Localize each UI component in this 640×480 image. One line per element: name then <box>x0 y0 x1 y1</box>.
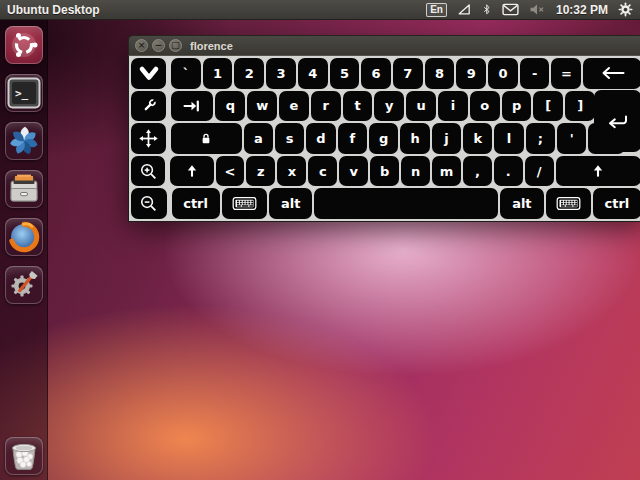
alt-left-key[interactable]: alt <box>269 188 313 219</box>
enter-key[interactable] <box>594 90 640 152</box>
key-backtick[interactable]: ` <box>171 58 201 89</box>
indicator-bluetooth[interactable] <box>482 2 492 17</box>
key-6[interactable]: 6 <box>361 58 391 89</box>
key-t[interactable]: t <box>343 91 373 122</box>
key-semicolon[interactable]: ; <box>526 123 555 154</box>
key-f[interactable]: f <box>338 123 367 154</box>
key-p[interactable]: p <box>502 91 532 122</box>
key-v[interactable]: v <box>339 156 368 187</box>
key-l[interactable]: l <box>494 123 523 154</box>
window-titlebar[interactable]: ×−□ florence <box>128 35 640 55</box>
key-less[interactable]: < <box>216 156 245 187</box>
zoom-out-key[interactable] <box>131 188 167 219</box>
shift-arrow-icon <box>184 163 200 179</box>
key-m[interactable]: m <box>432 156 461 187</box>
zoom-in-key[interactable] <box>131 156 165 187</box>
key-a[interactable]: a <box>244 123 273 154</box>
key-z[interactable]: z <box>246 156 275 187</box>
key-0[interactable]: 0 <box>488 58 518 89</box>
key-e[interactable]: e <box>279 91 309 122</box>
key-c[interactable]: c <box>308 156 337 187</box>
launcher-item-system-settings[interactable] <box>5 266 43 304</box>
zoom-out-icon <box>139 194 158 213</box>
tab-key[interactable] <box>171 91 213 122</box>
key-s[interactable]: s <box>275 123 304 154</box>
key-label: s <box>286 131 294 146</box>
key-g[interactable]: g <box>369 123 398 154</box>
indicator-messages[interactable] <box>502 3 519 16</box>
launcher-item-florence-keyboard[interactable] <box>5 122 43 160</box>
key-q[interactable]: q <box>215 91 245 122</box>
key-label: - <box>532 66 537 81</box>
wrench-key[interactable] <box>131 91 166 122</box>
key-9[interactable]: 9 <box>456 58 486 89</box>
key-r[interactable]: r <box>311 91 341 122</box>
kbd-left-key[interactable] <box>222 188 267 219</box>
florence-window: ×−□ florence `1234567890-=qwertyuiop[]as… <box>128 35 640 219</box>
indicator-session[interactable] <box>618 2 633 17</box>
key-label: ; <box>538 131 543 146</box>
indicator-keyboard-layout[interactable]: En <box>426 3 447 17</box>
launcher-item-trash[interactable] <box>5 437 43 475</box>
launcher-item-dash-home[interactable] <box>5 26 43 64</box>
launcher-item-firefox[interactable] <box>5 218 43 256</box>
launcher-item-file-manager[interactable] <box>5 170 43 208</box>
key-2[interactable]: 2 <box>234 58 264 89</box>
key-minus[interactable]: - <box>520 58 550 89</box>
key-7[interactable]: 7 <box>393 58 423 89</box>
key-b[interactable]: b <box>370 156 399 187</box>
key-label: m <box>440 164 454 179</box>
key-3[interactable]: 3 <box>266 58 296 89</box>
key-k[interactable]: k <box>463 123 492 154</box>
key-4[interactable]: 4 <box>298 58 328 89</box>
indicator-clock[interactable]: 10:32 PM <box>556 3 608 17</box>
key-o[interactable]: o <box>470 91 500 122</box>
key-bracket-close[interactable]: ] <box>565 91 595 122</box>
key-i[interactable]: i <box>438 91 468 122</box>
caps-lock-key[interactable] <box>171 123 242 154</box>
key-y[interactable]: y <box>374 91 404 122</box>
wrench-icon <box>140 97 158 115</box>
key-label: 4 <box>308 66 317 81</box>
backspace-icon <box>599 65 626 81</box>
indicator-sound-muted[interactable] <box>529 3 546 16</box>
desktop-wallpaper[interactable]: >_ ×−□ florence `1234567890-=qwertyuiop[… <box>0 20 640 480</box>
shift-left-key[interactable] <box>170 156 213 187</box>
key-comma[interactable]: , <box>463 156 492 187</box>
active-app-menu[interactable]: Ubuntu Desktop <box>7 3 100 17</box>
key-n[interactable]: n <box>401 156 430 187</box>
session-gear-icon <box>618 2 633 17</box>
alt-right-key[interactable]: alt <box>500 188 544 219</box>
indicator-network[interactable] <box>457 2 472 17</box>
enter-icon <box>605 112 630 131</box>
key-apostrophe[interactable]: ' <box>557 123 586 154</box>
key-x[interactable]: x <box>277 156 306 187</box>
key-d[interactable]: d <box>306 123 335 154</box>
shift-right-key[interactable] <box>556 156 640 187</box>
key-u[interactable]: u <box>406 91 436 122</box>
key-period[interactable]: . <box>494 156 523 187</box>
terminal-icon: >_ <box>7 76 41 110</box>
maximize-button[interactable]: □ <box>169 39 182 52</box>
key-equals[interactable]: = <box>551 58 581 89</box>
key-label: 5 <box>340 66 349 81</box>
close-button[interactable]: × <box>135 39 148 52</box>
key-bracket-open[interactable]: [ <box>533 91 563 122</box>
move-key[interactable] <box>131 123 166 154</box>
hide-key[interactable] <box>131 58 166 89</box>
key-h[interactable]: h <box>400 123 429 154</box>
backspace-key[interactable] <box>583 58 640 89</box>
key-5[interactable]: 5 <box>330 58 360 89</box>
minimize-button[interactable]: − <box>152 39 165 52</box>
ctrl-right-key[interactable]: ctrl <box>593 188 640 219</box>
key-slash[interactable]: / <box>525 156 554 187</box>
launcher-item-terminal[interactable]: >_ <box>5 74 43 112</box>
ctrl-left-key[interactable]: ctrl <box>172 188 220 219</box>
key-j[interactable]: j <box>432 123 461 154</box>
kbd-right-key[interactable] <box>546 188 591 219</box>
key-label: < <box>225 164 236 179</box>
key-w[interactable]: w <box>247 91 277 122</box>
space-key[interactable] <box>314 188 498 219</box>
key-1[interactable]: 1 <box>203 58 233 89</box>
key-8[interactable]: 8 <box>425 58 455 89</box>
